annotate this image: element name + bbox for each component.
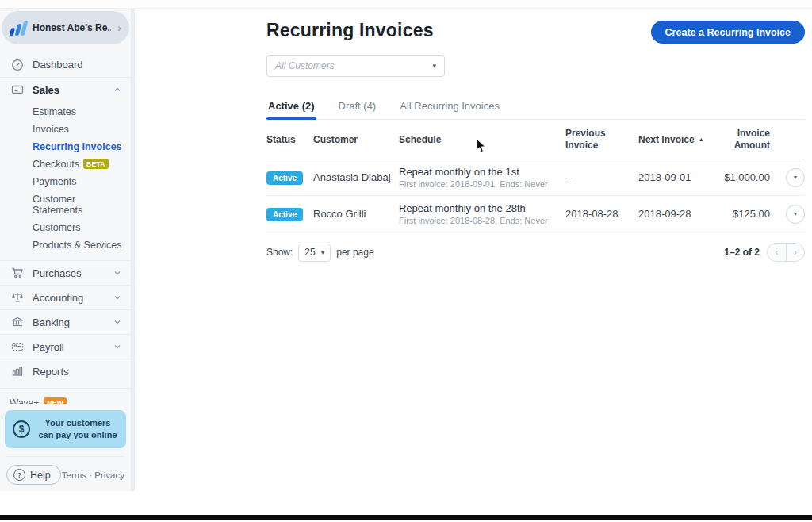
sidebar-item-purchases[interactable]: Purchases — [0, 260, 131, 285]
page-title: Recurring Invoices — [266, 20, 434, 41]
schedule-summary: Repeat monthly on the 1st — [399, 166, 565, 178]
caret-down-icon: ▾ — [432, 62, 436, 70]
sidebar-item-label: Checkouts — [33, 159, 79, 170]
sidebar-item-dashboard[interactable]: Dashboard — [0, 52, 131, 77]
caret-down-icon: ▾ — [794, 174, 797, 181]
row-actions-button[interactable]: ▾ — [786, 168, 805, 187]
sidebar-item-recurring-invoices[interactable]: Recurring Invoices — [0, 138, 131, 155]
column-header-customer[interactable]: Customer — [313, 134, 399, 146]
sidebar-item-invoices[interactable]: Invoices — [0, 121, 131, 138]
main-content: Recurring Invoices Create a Recurring In… — [266, 20, 805, 262]
bar-chart-icon — [11, 365, 24, 378]
sidebar-item-label: Purchases — [33, 267, 105, 279]
tab-draft[interactable]: Draft (4) — [337, 95, 378, 119]
sidebar-item-label: Dashboard — [33, 59, 121, 71]
tab-active[interactable]: Active (2) — [266, 95, 316, 119]
chevron-right-icon: › — [794, 247, 797, 258]
dollar-circle-icon: $ — [13, 420, 30, 438]
column-header-schedule[interactable]: Schedule — [399, 134, 565, 146]
id-card-icon — [11, 340, 24, 353]
sidebar-item-label: Reports — [33, 366, 121, 378]
sidebar: Honest Abe's Re... › Dashboard Sales — [0, 9, 135, 491]
caret-down-icon: ▾ — [321, 248, 325, 256]
help-button[interactable]: ? Help — [6, 465, 61, 485]
pager-buttons: ‹ › — [767, 243, 805, 262]
caret-down-icon: ▾ — [794, 210, 797, 217]
sidebar-item-accounting[interactable]: Accounting — [0, 285, 131, 309]
row-actions-button[interactable]: ▾ — [786, 205, 805, 224]
status-badge: Active — [266, 208, 303, 221]
status-badge: Active — [266, 171, 303, 185]
letterbox-bar — [0, 515, 812, 520]
column-header-invoice-amount[interactable]: Invoice Amount — [708, 128, 770, 152]
balance-scale-icon — [11, 291, 24, 304]
schedule-detail: First invoice: 2018-08-28, Ends: Never — [399, 216, 565, 225]
sidebar-item-customer-statements[interactable]: Customer Statements — [0, 190, 131, 219]
previous-page-button[interactable]: ‹ — [768, 244, 786, 261]
credit-card-icon — [11, 83, 24, 96]
shopping-cart-icon — [11, 267, 24, 279]
chevron-down-icon — [113, 292, 121, 304]
previous-invoice-date: – — [565, 171, 638, 183]
column-header-label: Next Invoice — [638, 134, 695, 145]
column-header-status[interactable]: Status — [266, 134, 313, 146]
sidebar-item-products-services[interactable]: Products & Services — [0, 236, 131, 254]
customer-filter-select[interactable]: All Customers ▾ — [266, 55, 445, 77]
sidebar-item-customers[interactable]: Customers — [0, 219, 131, 236]
table-row[interactable]: Active Rocco Grilli Repeat monthly on th… — [266, 196, 805, 232]
chevron-down-icon — [113, 317, 121, 328]
question-icon: ? — [13, 469, 25, 481]
app-window: Honest Abe's Re... › Dashboard Sales — [0, 8, 812, 516]
tab-bar: Active (2) Draft (4) All Recurring Invoi… — [266, 95, 805, 120]
sales-submenu: Estimates Invoices Recurring Invoices Ch… — [0, 102, 131, 260]
page-size-select[interactable]: 25 ▾ — [298, 244, 331, 262]
business-name: Honest Abe's Re... — [33, 22, 111, 33]
sidebar-footer: ? Help Terms · Privacy — [6, 456, 124, 485]
chevron-down-icon — [113, 341, 121, 353]
chevron-right-icon: › — [117, 22, 121, 33]
chevron-up-icon — [113, 84, 121, 96]
column-header-next-invoice[interactable]: Next Invoice▲ — [638, 134, 708, 146]
terms-link[interactable]: Terms — [62, 470, 86, 480]
sidebar-item-payroll[interactable]: Payroll — [0, 334, 131, 359]
sidebar-item-label: Banking — [33, 317, 105, 328]
sidebar-item-payments[interactable]: Payments — [0, 173, 131, 190]
schedule-summary: Repeat monthly on the 28th — [399, 202, 565, 214]
invoice-amount: $1,000.00 — [708, 171, 770, 183]
payments-promo-banner[interactable]: $ Your customers can pay you online — [5, 410, 126, 448]
help-label: Help — [30, 470, 51, 481]
legal-separator: · — [89, 470, 92, 480]
page-header: Recurring Invoices Create a Recurring In… — [266, 20, 805, 44]
next-page-button[interactable]: › — [786, 244, 804, 261]
wave-logo-icon — [10, 21, 29, 36]
sidebar-item-sales[interactable]: Sales — [0, 77, 131, 102]
table-header: Status Customer Schedule Previous Invoic… — [266, 120, 805, 159]
tab-all-recurring-invoices[interactable]: All Recurring Invoices — [398, 95, 501, 119]
business-selector[interactable]: Honest Abe's Re... › — [2, 11, 129, 44]
sort-ascending-icon: ▲ — [699, 136, 704, 142]
per-page-label: per page — [336, 247, 373, 258]
screen: Honest Abe's Re... › Dashboard Sales — [0, 0, 812, 522]
table-row[interactable]: Active Anastasia Dlabaj Repeat monthly o… — [266, 159, 805, 196]
sidebar-item-checkouts[interactable]: CheckoutsBETA — [0, 155, 131, 173]
column-header-previous-invoice[interactable]: Previous Invoice — [565, 128, 638, 152]
sidebar-item-estimates[interactable]: Estimates — [0, 103, 131, 121]
create-recurring-invoice-button[interactable]: Create a Recurring Invoice — [651, 21, 805, 44]
customer-name: Anastasia Dlabaj — [313, 171, 399, 183]
sidebar-item-banking[interactable]: Banking — [0, 309, 131, 334]
page-size-value: 25 — [304, 247, 315, 258]
previous-invoice-date: 2018-08-28 — [565, 208, 638, 220]
bank-icon — [11, 316, 24, 328]
show-label: Show: — [266, 247, 293, 258]
beta-badge: BETA — [83, 159, 109, 169]
sidebar-item-label: Payroll — [33, 341, 105, 353]
invoice-amount: $125.00 — [708, 208, 770, 220]
next-invoice-date: 2018-09-01 — [638, 171, 708, 183]
sidebar-item-label: Sales — [33, 84, 105, 96]
privacy-link[interactable]: Privacy — [94, 470, 124, 480]
promo-text: Your customers can pay you online — [37, 417, 118, 441]
schedule-detail: First invoice: 2018-09-01, Ends: Never — [399, 179, 565, 189]
sidebar-item-reports[interactable]: Reports — [0, 359, 131, 383]
dashboard-icon — [11, 59, 24, 71]
pagination-bar: Show: 25 ▾ per page 1–2 of 2 ‹ › — [266, 243, 805, 262]
